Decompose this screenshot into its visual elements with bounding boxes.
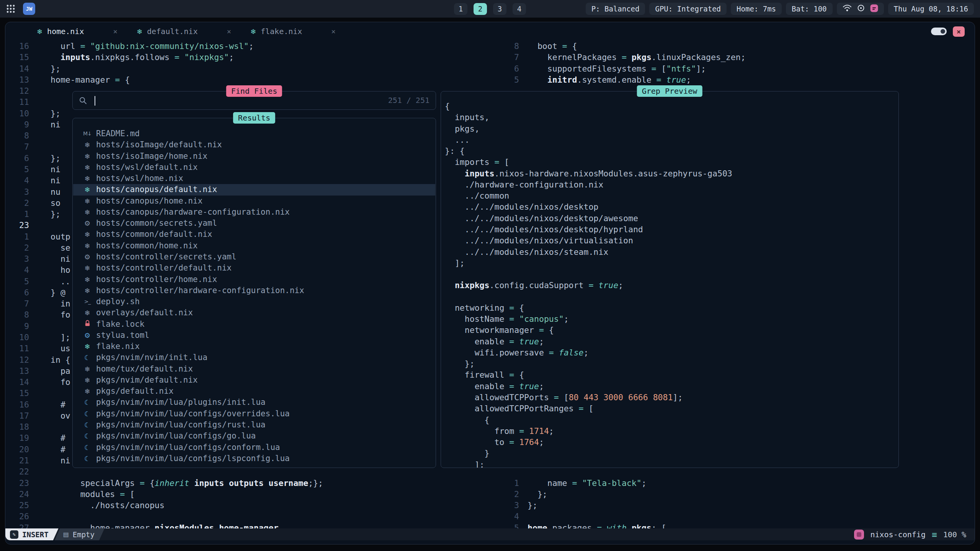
- code-line[interactable]: 8 boot = {: [5, 41, 975, 52]
- mode-label: INSERT: [22, 530, 49, 539]
- file-result[interactable]: ⚙hosts/common/secrets.yaml: [73, 218, 435, 229]
- file-result[interactable]: flake.lock: [73, 319, 435, 330]
- line-number: 5: [5, 164, 29, 175]
- tab-close-icon[interactable]: ×: [331, 27, 335, 36]
- file-result[interactable]: ☾pkgs/nvim/nvim/lua/configs/lspconfig.lu…: [73, 453, 435, 464]
- code-line[interactable]: 7 kernelPackages = pkgs.linuxPackages_ze…: [5, 52, 975, 63]
- recorder-icon[interactable]: [870, 4, 878, 14]
- tab-close-icon[interactable]: ×: [227, 27, 231, 36]
- file-name: pkgs/nvim/nvim/init.lua: [96, 352, 207, 363]
- code-text: in: [51, 298, 70, 309]
- line-number: 9: [5, 119, 29, 130]
- file-result[interactable]: ❄home/tux/default.nix: [73, 364, 435, 375]
- lua-icon: ☾: [82, 419, 92, 430]
- line-number: 13: [5, 365, 29, 377]
- user-logo[interactable]: JW: [23, 3, 35, 15]
- yaml-icon: ⚙: [82, 218, 92, 229]
- file-result[interactable]: ❄overlays/default.nix: [73, 307, 435, 318]
- status-module: GPU: Integrated: [649, 3, 727, 15]
- file-result[interactable]: ☾pkgs/nvim/nvim/lua/configs/conform.lua: [73, 442, 435, 453]
- file-result[interactable]: ❄hosts/common/default.nix: [73, 229, 435, 240]
- line-number: 4: [488, 511, 519, 522]
- grep-preview-title: Grep Preview: [637, 85, 702, 97]
- file-result[interactable]: ❄pkgs/nvim/default.nix: [73, 375, 435, 386]
- wifi-icon[interactable]: [843, 4, 852, 13]
- file-result[interactable]: ❄hosts/controller/home.nix: [73, 274, 435, 285]
- project-name: nixos-config: [870, 530, 926, 539]
- preview-line: };: [445, 358, 475, 370]
- workspace-2[interactable]: 2: [474, 3, 487, 15]
- file-result[interactable]: ❄flake.nix: [73, 341, 435, 352]
- scroll-percent: 100 %: [943, 530, 966, 539]
- find-files-results: M↓README.md❄hosts/isoImage/default.nix❄h…: [72, 118, 436, 468]
- code-line[interactable]: 4: [5, 511, 975, 522]
- file-name: hosts/wsl/home.nix: [96, 173, 183, 184]
- workspace-3[interactable]: 3: [493, 3, 506, 15]
- file-result[interactable]: ❄hosts/controller/hardware-configuration…: [73, 285, 435, 296]
- file-result[interactable]: ❄hosts/wsl/default.nix: [73, 162, 435, 173]
- code-line[interactable]: 5home.packages = with pkgs; [: [5, 522, 975, 528]
- line-number: 1: [488, 478, 519, 489]
- file-name: hosts/wsl/default.nix: [96, 162, 198, 173]
- file-result[interactable]: ❄hosts/common/home.nix: [73, 240, 435, 251]
- notification-icon[interactable]: [857, 4, 865, 13]
- preview-line: nixpkgs.config.cudaSupport = true;: [445, 280, 623, 291]
- nix-icon: ❄: [82, 262, 92, 274]
- code-text: #: [51, 444, 65, 455]
- line-number: 5: [488, 74, 519, 85]
- preview-line: {: [445, 101, 450, 112]
- code-line[interactable]: 6 supportedFilesystems = ["ntfs"];: [5, 63, 975, 75]
- code-text: ov: [51, 410, 70, 421]
- file-result[interactable]: ☾pkgs/nvim/nvim/lua/configs/go.lua: [73, 430, 435, 442]
- code-text: kernelPackages = pkgs.linuxPackages_zen;: [528, 52, 746, 63]
- status-module: Bat: 100: [786, 3, 833, 15]
- code-text: home.packages = with pkgs; [: [528, 522, 666, 528]
- workspace-1[interactable]: 1: [454, 3, 467, 15]
- workspace-4[interactable]: 4: [513, 3, 526, 15]
- workspace-switcher: 1234: [454, 3, 526, 15]
- file-name: hosts/isoImage/default.nix: [96, 139, 222, 150]
- file-name: hosts/common/home.nix: [96, 240, 198, 251]
- nix-icon: ❄: [250, 28, 256, 36]
- preview-line: pkgs,: [445, 123, 480, 135]
- code-line[interactable]: 3};: [5, 500, 975, 511]
- file-result[interactable]: ❄hosts/isoImage/home.nix: [73, 151, 435, 162]
- file-result[interactable]: ⚙stylua.toml: [73, 330, 435, 341]
- status-module: Home: 7ms: [731, 3, 782, 15]
- preview-line: networkmanager = {: [445, 324, 554, 336]
- tab-default.nix[interactable]: ❄default.nix×: [137, 27, 231, 36]
- file-result[interactable]: ❄hosts/wsl/home.nix: [73, 173, 435, 184]
- lines-icon: ≡: [932, 530, 937, 540]
- close-window-button[interactable]: ×: [953, 26, 965, 37]
- file-name: README.md: [96, 128, 140, 139]
- nix-icon: ❄: [82, 240, 92, 251]
- pin-toggle[interactable]: [931, 28, 947, 35]
- file-result[interactable]: ☾pkgs/nvim/nvim/lua/configs/rust.lua: [73, 419, 435, 430]
- tab-close-icon[interactable]: ×: [113, 27, 117, 36]
- lua-icon: ☾: [82, 442, 92, 453]
- clock: Thu Aug 08, 18:16: [888, 3, 974, 15]
- file-result[interactable]: ❄hosts/controller/default.nix: [73, 262, 435, 274]
- line-number: 21: [5, 455, 29, 466]
- line-number: 9: [5, 321, 29, 332]
- results-title: Results: [233, 112, 275, 124]
- file-result[interactable]: ❄hosts/canopus/hardware-configuration.ni…: [73, 207, 435, 218]
- tab-flake.nix[interactable]: ❄flake.nix×: [250, 27, 336, 36]
- file-result[interactable]: ❄hosts/canopus/home.nix: [73, 196, 435, 207]
- file-name: hosts/controller/hardware-configuration.…: [96, 285, 304, 296]
- file-name: stylua.toml: [96, 330, 149, 341]
- file-result[interactable]: ❄hosts/isoImage/default.nix: [73, 139, 435, 150]
- file-result[interactable]: ❄pkgs/default.nix: [73, 386, 435, 397]
- tab-home.nix[interactable]: ❄home.nix×: [37, 27, 118, 36]
- code-line[interactable]: 1 name = "Tela-black";: [5, 478, 975, 489]
- file-result[interactable]: >_deploy.sh: [73, 296, 435, 307]
- file-result[interactable]: ⚙hosts/controller/secrets.yaml: [73, 251, 435, 262]
- file-result[interactable]: M↓README.md: [73, 128, 435, 139]
- app-launcher-icon[interactable]: [6, 4, 15, 13]
- file-result[interactable]: ☾pkgs/nvim/nvim/lua/plugins/init.lua: [73, 397, 435, 408]
- code-line[interactable]: 2 };: [5, 489, 975, 500]
- file-result[interactable]: ☾pkgs/nvim/nvim/init.lua: [73, 352, 435, 363]
- code-line[interactable]: 5 initrd.systemd.enable = true;: [5, 74, 975, 86]
- file-result[interactable]: ☾pkgs/nvim/nvim/lua/configs/overrides.lu…: [73, 408, 435, 419]
- file-result[interactable]: ❄hosts/canopus/default.nix: [73, 184, 435, 195]
